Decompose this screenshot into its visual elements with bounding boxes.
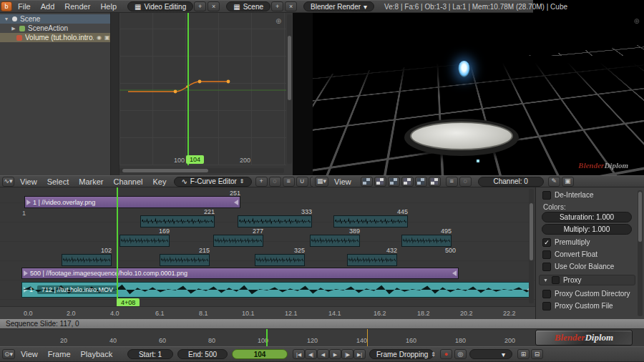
delete-layout-button[interactable]: × bbox=[208, 1, 220, 11]
editor-mode-select[interactable]: ∿ F-Curve Editor ⇕ bbox=[174, 177, 251, 187]
menu-playback[interactable]: Playback bbox=[76, 350, 118, 358]
checkbox-box[interactable] bbox=[542, 302, 551, 310]
record-button[interactable]: ● bbox=[440, 349, 452, 359]
audio-strip[interactable] bbox=[401, 235, 452, 247]
jump-to-start-button[interactable]: |◀ bbox=[293, 349, 305, 359]
scene-select[interactable]: ▦ Scene bbox=[226, 1, 270, 11]
menu-marker[interactable]: Marker bbox=[74, 177, 108, 186]
play-reverse-button[interactable]: ◀ bbox=[317, 349, 329, 359]
checkbox-box[interactable]: ✓ bbox=[542, 238, 551, 247]
properties-scrollbar[interactable] bbox=[638, 190, 643, 316]
play-button[interactable]: ▶ bbox=[329, 349, 341, 359]
editor-type-select[interactable]: ▦▾ bbox=[315, 177, 328, 187]
screen-layout-select[interactable]: ▦ Video Editing bbox=[127, 1, 193, 11]
audio-strip[interactable] bbox=[255, 254, 305, 266]
menu-help[interactable]: Help bbox=[95, 2, 122, 11]
audio-strip[interactable] bbox=[213, 235, 263, 247]
render-engine-select[interactable]: Blender Render ▾ bbox=[303, 1, 374, 11]
eye-icon[interactable]: ◉ bbox=[97, 34, 102, 41]
timeline-region[interactable]: 20 40 60 80 100 120 140 160 180 200 Blen… bbox=[0, 328, 644, 346]
use-color-balance-checkbox[interactable]: Use Color Balance bbox=[542, 262, 614, 271]
insert-keyframe-button[interactable]: ⊞ bbox=[517, 349, 530, 359]
multiply-slider[interactable]: Multiply: 1.000 bbox=[542, 224, 632, 235]
checker-toggle-icon[interactable] bbox=[429, 177, 441, 187]
graph-playhead[interactable] bbox=[187, 13, 189, 165]
channel-field[interactable]: Channel: 0 bbox=[478, 177, 544, 187]
expand-panel-icon[interactable]: ⊕ bbox=[275, 17, 281, 25]
menu-render[interactable]: Render bbox=[59, 2, 95, 11]
sequencer-playhead[interactable] bbox=[117, 187, 118, 308]
delete-keyframe-button[interactable]: ⊟ bbox=[531, 349, 543, 359]
audio-strip[interactable] bbox=[62, 254, 112, 266]
checkbox-box[interactable] bbox=[542, 191, 551, 200]
sequencer-vertical-scrollbar[interactable] bbox=[529, 189, 534, 303]
strip-video-overlay[interactable]: 1 | //video.overlay.png bbox=[24, 196, 240, 208]
checker-toggle-icon[interactable] bbox=[374, 177, 386, 187]
jump-to-end-button[interactable]: ▶| bbox=[353, 349, 366, 359]
proxy-panel-header[interactable]: ▼ Proxy bbox=[539, 275, 635, 285]
sequencer-preview-region[interactable]: ⊕ BlenderDiplom bbox=[313, 13, 644, 175]
audio-strip[interactable] bbox=[140, 215, 215, 228]
add-layout-button[interactable]: + bbox=[194, 1, 206, 11]
sequencer-ruler[interactable]: 0.0 2.0 4.0 6.1 8.1 10.1 12.1 14.1 16.2 … bbox=[0, 306, 535, 319]
grease-pencil-icon[interactable]: ✎ bbox=[548, 177, 560, 187]
checkbox-box[interactable] bbox=[542, 290, 551, 298]
normalize-icon[interactable]: ≡ bbox=[283, 177, 295, 187]
graph-vertical-scrollbar[interactable] bbox=[287, 14, 292, 164]
menu-add[interactable]: Add bbox=[36, 2, 60, 11]
add-scene-button[interactable]: + bbox=[271, 1, 283, 11]
current-frame-field[interactable]: 104 bbox=[232, 349, 288, 359]
next-keyframe-button[interactable]: |▶ bbox=[341, 349, 353, 359]
chevron-down-icon[interactable]: ▼ bbox=[4, 16, 9, 21]
menu-channel[interactable]: Channel bbox=[108, 177, 147, 186]
overlay-toggle-icon[interactable]: ◌ bbox=[459, 177, 472, 187]
checker-toggle-icon[interactable] bbox=[401, 177, 414, 187]
end-frame-field[interactable]: End: 500 bbox=[177, 349, 228, 359]
strip-movie-audio[interactable]: 1 712 | //tut.holo.intro.MOV bbox=[21, 282, 533, 298]
ghost-curves-icon[interactable]: ◌ bbox=[269, 177, 281, 187]
outliner-item-volume[interactable]: Volume (tut.holo.intro.MOV ◉ ▣ bbox=[0, 33, 110, 42]
graph-horizontal-scrollbar[interactable] bbox=[119, 168, 284, 173]
checker-toggle-icon[interactable] bbox=[361, 177, 373, 187]
audio-strip[interactable] bbox=[119, 235, 170, 247]
menu-file[interactable]: File bbox=[13, 2, 36, 11]
camera-icon[interactable]: ▣ bbox=[104, 34, 110, 41]
proxy-checkbox[interactable] bbox=[552, 276, 560, 284]
convert-float-checkbox[interactable]: Convert Float bbox=[542, 250, 597, 259]
menu-frame[interactable]: Frame bbox=[43, 350, 76, 358]
audio-strip[interactable] bbox=[238, 215, 312, 228]
editor-type-select[interactable]: ⊙▾ bbox=[2, 349, 15, 359]
menu-view[interactable]: View bbox=[16, 350, 43, 358]
blender-logo-icon[interactable]: b bbox=[1, 1, 12, 11]
display-mode-icon[interactable]: ≡ bbox=[446, 177, 458, 187]
menu-select[interactable]: Select bbox=[42, 177, 74, 186]
image-info-icon[interactable]: ▣ bbox=[562, 177, 574, 187]
prev-keyframe-button[interactable]: ◀| bbox=[305, 349, 317, 359]
audio-strip[interactable] bbox=[160, 254, 210, 266]
expand-panel-icon[interactable]: ⊕ bbox=[634, 17, 640, 25]
strip-footage-imagesequence[interactable]: 500 | //footage.imagesequence/holo.10.co… bbox=[21, 268, 459, 279]
outliner-item-sceneaction[interactable]: ▶ SceneAction bbox=[0, 24, 110, 33]
premultiply-checkbox[interactable]: ✓Premultiply bbox=[542, 238, 590, 247]
outliner-item-scene[interactable]: ▼ Scene bbox=[0, 14, 110, 24]
sequencer-region[interactable]: 251 1 | //video.overlay.png 1 221 333 44… bbox=[0, 187, 535, 319]
chevron-right-icon[interactable]: ▶ bbox=[11, 26, 16, 31]
checker-toggle-icon[interactable] bbox=[388, 177, 400, 187]
timeline-marker[interactable] bbox=[367, 329, 368, 346]
menu-view[interactable]: View bbox=[329, 177, 356, 186]
cursor-toggle-icon[interactable]: + bbox=[255, 177, 268, 187]
checkbox-box[interactable] bbox=[542, 250, 551, 259]
audio-strip[interactable] bbox=[347, 254, 397, 266]
proxy-custom-directory-checkbox[interactable]: Proxy Custom Directory bbox=[542, 289, 630, 298]
audio-strip[interactable] bbox=[333, 215, 408, 228]
timeline-playhead[interactable] bbox=[266, 329, 268, 346]
sync-mode-select[interactable]: Frame Dropping⇕ bbox=[369, 349, 434, 359]
fcurve-canvas[interactable] bbox=[119, 13, 286, 165]
checkbox-box[interactable] bbox=[542, 263, 551, 271]
proxy-custom-file-checkbox[interactable]: Proxy Custom File bbox=[542, 301, 613, 310]
keying-set-select[interactable]: ▾ bbox=[469, 349, 512, 359]
checker-toggle-icon[interactable] bbox=[415, 177, 427, 187]
menu-key[interactable]: Key bbox=[147, 177, 171, 186]
magnet-snap-icon[interactable]: ∪ bbox=[296, 177, 308, 187]
audio-scrubbing-toggle[interactable]: ◎ bbox=[454, 349, 467, 359]
